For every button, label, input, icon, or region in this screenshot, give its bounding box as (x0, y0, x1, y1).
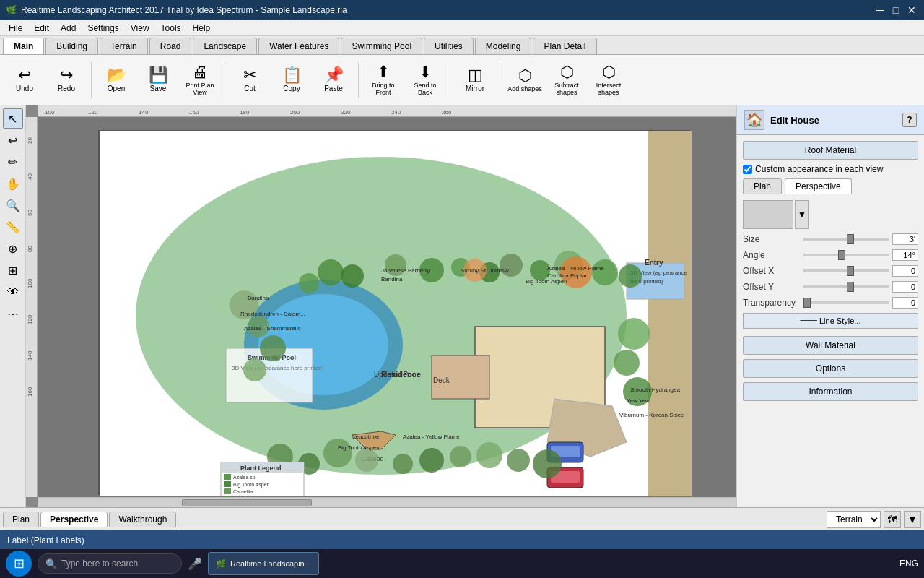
bottom-tabbar: Plan Perspective Walkthrough Terrain Fla… (0, 507, 924, 530)
draw-tool[interactable]: ✏ (3, 152, 23, 172)
information-button[interactable]: Information (743, 382, 918, 401)
offset-y-value: 0 (892, 281, 918, 293)
svg-text:Plant Legend: Plant Legend (240, 465, 282, 472)
add-shapes-button[interactable]: ⬡ Add shapes (505, 59, 545, 102)
roof-preview-row: ▼ (743, 200, 918, 229)
offset-y-thumb[interactable] (847, 282, 854, 292)
menu-view[interactable]: View (125, 22, 155, 35)
print-label: Print Plan View (182, 82, 218, 96)
menu-edit[interactable]: Edit (28, 22, 55, 35)
tab-terrain[interactable]: Terrain (100, 38, 148, 54)
undo-button[interactable]: ↩ Undo (4, 59, 45, 102)
tab-building[interactable]: Building (45, 38, 98, 54)
angle-slider[interactable] (803, 254, 889, 256)
tab-plan-detail[interactable]: Plan Detail (533, 38, 596, 54)
terrain-dropdown-button[interactable]: ▼ (904, 511, 921, 528)
save-button[interactable]: 💾 Save (138, 59, 178, 102)
svg-point-60 (323, 439, 352, 467)
save-icon: 💾 (149, 67, 168, 83)
terrain-select[interactable]: Terrain Flat Hills (827, 511, 881, 528)
save-label: Save (150, 85, 167, 92)
svg-text:Deck: Deck (433, 376, 450, 384)
tab-road[interactable]: Road (149, 38, 192, 54)
menu-add[interactable]: Add (55, 22, 82, 35)
transparency-thumb[interactable] (803, 298, 811, 308)
line-style-button[interactable]: ═══ Line Style... (743, 313, 918, 329)
tab-water-features[interactable]: Water Features (258, 38, 339, 54)
offset-y-slider[interactable] (803, 285, 889, 288)
size-slider[interactable] (803, 238, 889, 241)
taskbar-app[interactable]: 🌿 Realtime Landscapin... (208, 552, 319, 575)
bring-to-front-button[interactable]: ⬆ Bring to Front (363, 59, 404, 102)
canvas-container[interactable]: 100 120 140 160 180 200 220 240 260 20 4… (26, 105, 736, 507)
roof-dropdown-arrow[interactable]: ▼ (795, 200, 809, 229)
print-button[interactable]: 🖨 Print Plan View (180, 59, 220, 102)
close-button[interactable]: ✕ (905, 4, 918, 17)
size-thumb[interactable] (847, 234, 854, 244)
tab-swimming-pool[interactable]: Swimming Pool (341, 38, 422, 54)
zoom-in-tool[interactable]: ⊕ (3, 238, 23, 259)
svg-point-40 (299, 273, 319, 293)
custom-appearance-checkbox[interactable] (743, 165, 752, 174)
undo-tool[interactable]: ↩ (3, 130, 23, 150)
canvas-inner[interactable]: Gazebo Swimming Pool 3D View (Ap pearanc… (38, 117, 736, 497)
tab-main[interactable]: Main (3, 38, 44, 54)
options-button[interactable]: Options (743, 359, 918, 378)
custom-appearance-row: Custom appearance in each view (743, 164, 918, 174)
tab-modeling[interactable]: Modeling (475, 38, 532, 54)
bottom-tab-walkthrough[interactable]: Walkthrough (109, 512, 176, 527)
bottom-tab-plan[interactable]: Plan (3, 512, 39, 527)
minimize-button[interactable]: ─ (873, 4, 886, 17)
more-tool[interactable]: ⋯ (3, 303, 23, 324)
paste-icon: 📌 (324, 67, 344, 83)
sep4 (450, 62, 450, 98)
copy-button[interactable]: 📋 Copy (271, 59, 312, 102)
roof-material-button[interactable]: Roof Material (743, 141, 918, 160)
menu-settings[interactable]: Settings (82, 22, 124, 35)
transparency-slider[interactable] (803, 301, 889, 304)
terrain-icon-button[interactable]: 🗺 (884, 511, 901, 528)
taskbar-search[interactable]: 🔍 Type here to search (38, 553, 182, 574)
help-button[interactable]: ? (902, 113, 917, 127)
subtract-shapes-button[interactable]: ⬡ Subtract shapes (546, 59, 587, 102)
hand-tool[interactable]: ✋ (3, 173, 23, 194)
send-to-back-button[interactable]: ⬇ Send to Back (405, 59, 445, 102)
measure-tool[interactable]: 📏 (3, 217, 23, 237)
open-button[interactable]: 📂 Open (96, 59, 136, 102)
start-button[interactable]: ⊞ (6, 551, 32, 577)
intersect-shapes-button[interactable]: ⬡ Intersect shapes (588, 59, 629, 102)
size-value: 3' (892, 233, 918, 245)
menu-help[interactable]: Help (187, 22, 217, 35)
menu-file[interactable]: File (3, 22, 28, 35)
panel-tab-plan[interactable]: Plan (743, 178, 782, 194)
taskbar-mic[interactable]: 🎤 (188, 557, 202, 571)
angle-value: 14° (892, 249, 918, 261)
copy-icon: 📋 (282, 67, 302, 83)
menu-tools[interactable]: Tools (155, 22, 187, 35)
grid-tool[interactable]: ⊞ (3, 260, 23, 280)
zoom-tool[interactable]: 🔍 (3, 195, 23, 215)
offset-x-thumb[interactable] (847, 266, 854, 276)
wall-material-button[interactable]: Wall Material (743, 336, 918, 355)
scroll-thumb[interactable] (182, 499, 312, 506)
panel-title: Edit House (770, 115, 819, 126)
svg-text:260: 260 (442, 109, 452, 116)
horizontal-scrollbar[interactable] (38, 497, 736, 507)
panel-tab-perspective[interactable]: Perspective (785, 178, 852, 194)
mirror-button[interactable]: ◫ Mirror (455, 59, 495, 102)
svg-point-39 (318, 259, 344, 285)
offset-x-slider[interactable] (803, 269, 889, 272)
redo-button[interactable]: ↪ Redo (46, 59, 87, 102)
title-controls[interactable]: ─ □ ✕ (873, 4, 918, 17)
tab-landscape[interactable]: Landscape (193, 38, 257, 54)
angle-thumb[interactable] (838, 250, 845, 260)
svg-text:Camellia: Camellia (233, 489, 253, 494)
cut-button[interactable]: ✂ Cut (230, 59, 270, 102)
select-tool[interactable]: ↖ (3, 108, 23, 129)
bottom-tab-perspective[interactable]: Perspective (40, 512, 108, 527)
statusbar: Label (Plant Labels) (0, 530, 924, 551)
eye-tool[interactable]: 👁 (3, 282, 23, 302)
paste-button[interactable]: 📌 Paste (313, 59, 354, 102)
maximize-button[interactable]: □ (889, 4, 902, 17)
tab-utilities[interactable]: Utilities (424, 38, 474, 54)
